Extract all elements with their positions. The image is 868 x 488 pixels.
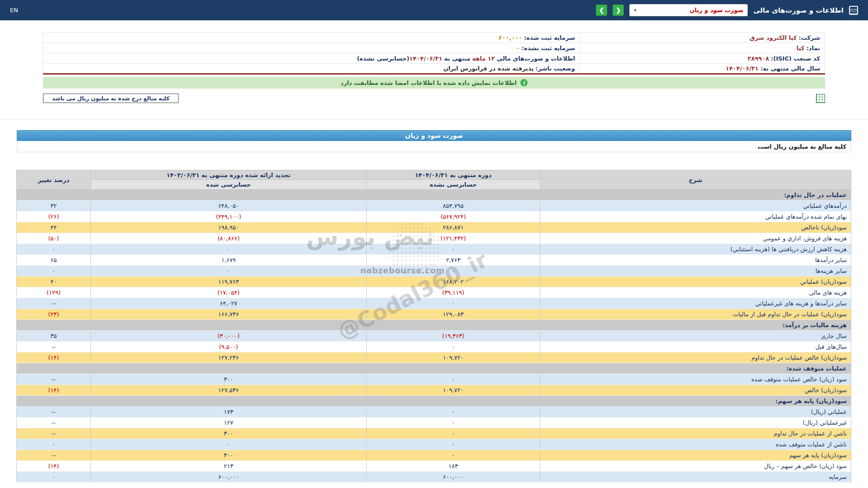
table-row: سود(زيان) عملياتي۱۶۸,۲۰۲۱۱۹,۷۶۳۴۰ bbox=[17, 277, 851, 287]
info-row: نماد: کیا سرمایه ثبت نشده: ۰ bbox=[43, 43, 825, 53]
change-percent-value: -- bbox=[17, 342, 91, 352]
col-header-current-period: دوره منتهی به ۱۴۰۴/۰۶/۳۱ bbox=[367, 170, 540, 180]
report-period-text: منتهی به bbox=[444, 55, 471, 62]
table-row: سایر هزينه‌ها۰۰۰ bbox=[17, 266, 851, 277]
audit-status-text: (حسابرسی نشده) bbox=[357, 55, 409, 62]
row-description: عملياتي (ريال) bbox=[540, 407, 851, 418]
info-cell-symbol: نماد: کیا bbox=[580, 43, 825, 53]
info-cell-isic: کد صنعت (ISIC): ۲۸۹۹۰۸ bbox=[580, 53, 825, 64]
current-period-value: ۰ bbox=[367, 407, 540, 418]
current-period-value: ۱۲۹,۰۸۳ bbox=[367, 309, 540, 320]
current-period-value: ۶۰۰,۰۰۰ bbox=[367, 472, 540, 483]
previous-period-value: ۳۰۰ bbox=[91, 428, 367, 439]
previous-period-value: ۱۷۳ bbox=[91, 407, 367, 418]
profit-loss-table-wrap: شرح دوره منتهی به ۱۴۰۴/۰۶/۳۱ تجدید ارائه… bbox=[17, 170, 851, 483]
change-percent-value: -- bbox=[17, 407, 91, 418]
info-cell-company: شرکت: کیا الکترود شرق bbox=[580, 33, 825, 43]
row-description: ناشي از عملیات در حال تداوم bbox=[540, 428, 851, 439]
statement-title-bar: صورت سود و زیان bbox=[17, 130, 851, 141]
section-title: عملیات متوقف شده: bbox=[17, 363, 851, 374]
signature-match-banner: i اطلاعات نمایش داده شده با اطلاعات امضا… bbox=[43, 77, 825, 89]
topbar: اطلاعات و صورت‌های مالی صورت سود و زیان … bbox=[0, 0, 868, 20]
current-period-value: ۱۶۸,۲۰۲ bbox=[367, 277, 540, 287]
previous-period-value: ۳۰۰ bbox=[91, 374, 367, 385]
row-description: سود(زیان) خالص bbox=[540, 385, 851, 396]
statement-select-value: صورت سود و زیان bbox=[689, 7, 743, 14]
previous-period-value: ۱۲۷ bbox=[91, 418, 367, 428]
company-info-section: شرکت: کیا الکترود شرق سرمایه ثبت شده: ۶۰… bbox=[43, 32, 825, 75]
change-percent-value: ۰ bbox=[17, 244, 91, 255]
table-header-row: شرح دوره منتهی به ۱۴۰۴/۰۶/۳۱ تجدید ارائه… bbox=[17, 170, 851, 180]
current-period-value: ۱۸۳ bbox=[367, 461, 540, 472]
col-subheader-unaudited: حسابرسی نشده bbox=[367, 180, 540, 190]
change-percent-value: (۱۴) bbox=[17, 385, 91, 396]
info-row: کد صنعت (ISIC): ۲۸۹۹۰۸ اطلاعات و صورت‌ها… bbox=[43, 53, 825, 64]
prev-statement-button[interactable]: ❮ bbox=[613, 5, 624, 16]
previous-period-value: ۰ bbox=[91, 266, 367, 277]
row-description: سود(زيان) ناخالص bbox=[540, 222, 851, 233]
section-title: سود(زيان) پايه هر سهم: bbox=[17, 396, 851, 407]
info-cell-unregistered-capital: سرمایه ثبت نشده: ۰ bbox=[43, 43, 580, 53]
topbar-right-group: اطلاعات و صورت‌های مالی صورت سود و زیان … bbox=[596, 4, 858, 16]
export-excel-icon[interactable] bbox=[816, 94, 825, 103]
previous-period-value: ۶۰۰,۰۰۰ bbox=[91, 472, 367, 483]
previous-period-value: (۱۷,۰۵۴) bbox=[91, 287, 367, 298]
table-section-row: هزينه ماليات بر درآمد: bbox=[17, 320, 851, 331]
row-description: ساير درآمدها و هزينه های غيرعملياتي bbox=[540, 298, 851, 309]
row-description: ساير درآمدها bbox=[540, 255, 851, 266]
report-period-months: ۱۲ ماهه bbox=[472, 55, 495, 62]
row-description: درآمدهاي عملياتي bbox=[540, 201, 851, 211]
current-period-value: ۰ bbox=[367, 374, 540, 385]
company-info-table: شرکت: کیا الکترود شرق سرمایه ثبت شده: ۶۰… bbox=[43, 32, 825, 75]
issuer-status-value: پذیرفته شده در فرابورس ایران bbox=[443, 65, 534, 72]
current-period-value: (۳۹,۱۱۹) bbox=[367, 287, 540, 298]
field-label: وضعیت ناشر: bbox=[535, 65, 575, 72]
profit-loss-table: شرح دوره منتهی به ۱۴۰۴/۰۶/۳۱ تجدید ارائه… bbox=[16, 170, 851, 483]
table-row: بهای تمام شده درآمدهاي عملياتي(۵۶۷,۹۲۴)(… bbox=[17, 211, 851, 222]
previous-period-value: (۸۰,۸۶۶) bbox=[91, 233, 367, 244]
row-description: سرمایه bbox=[540, 472, 851, 483]
field-label: سرمایه ثبت نشده: bbox=[522, 45, 575, 52]
statement-unit-note: کلیه مبالغ به میلیون ریال است bbox=[17, 141, 851, 152]
previous-period-value: ۶۴۸,۰۵۰ bbox=[91, 201, 367, 211]
previous-period-value: ۰ bbox=[91, 439, 367, 450]
previous-period-value: ۱۶۶,۷۳۶ bbox=[91, 309, 367, 320]
section-divider bbox=[0, 119, 868, 120]
previous-period-value: ۱۲۷,۲۳۶ bbox=[91, 352, 367, 363]
current-period-value: ۰ bbox=[367, 428, 540, 439]
table-row: غيرعملياتي (ريال)۰۱۲۷-- bbox=[17, 418, 851, 428]
change-percent-value: ۴۰ bbox=[17, 277, 91, 287]
current-period-value: (۵۶۷,۹۲۴) bbox=[367, 211, 540, 222]
current-period-value: ۰ bbox=[367, 418, 540, 428]
table-row: سود(زيان) پايه هر سهم۰۳۰۰-- bbox=[17, 450, 851, 461]
previous-period-value: (۳۰,۰۰۰) bbox=[91, 331, 367, 342]
row-description: هزينه های مالی bbox=[540, 287, 851, 298]
previous-period-value: ۱۹۸,۹۵۰ bbox=[91, 222, 367, 233]
field-label: نماد: bbox=[807, 45, 820, 52]
change-percent-value: ۴۴ bbox=[17, 222, 91, 233]
registered-capital-value: ۶۰۰,۰۰۰ bbox=[498, 34, 522, 41]
change-percent-value: -- bbox=[17, 450, 91, 461]
table-row: ناشي از عملیات متوقف شده۰۰۰ bbox=[17, 439, 851, 450]
table-row: درآمدهاي عملياتي۸۵۴,۷۹۵۶۴۸,۰۵۰۳۲ bbox=[17, 201, 851, 211]
section-title: هزينه ماليات بر درآمد: bbox=[17, 320, 851, 331]
statement-type-select[interactable]: صورت سود و زیان ▾ bbox=[629, 4, 748, 16]
next-statement-button[interactable]: ❯ bbox=[596, 5, 607, 16]
language-toggle[interactable]: EN bbox=[10, 7, 18, 14]
info-cell-registered-capital: سرمایه ثبت شده: ۶۰۰,۰۰۰ bbox=[43, 33, 580, 43]
field-label: شرکت: bbox=[799, 34, 820, 41]
col-header-change-percent: درصد تغییر bbox=[17, 170, 91, 190]
table-section-row: عملیات متوقف شده: bbox=[17, 363, 851, 374]
field-label: سال مالی منتهی به: bbox=[760, 65, 820, 72]
current-period-value: ۰ bbox=[367, 439, 540, 450]
field-label: کد صنعت (ISIC): bbox=[771, 55, 820, 62]
row-description: غيرعملياتي (ريال) bbox=[540, 418, 851, 428]
row-description: ناشي از عملیات متوقف شده bbox=[540, 439, 851, 450]
table-row: هزينه های مالی(۳۹,۱۱۹)(۱۷,۰۵۴)(۱۲۹) bbox=[17, 287, 851, 298]
current-period-value: (۱۲۱,۴۳۲) bbox=[367, 233, 540, 244]
table-row: سال‌های قبل۰(۹,۵۰۰)-- bbox=[17, 342, 851, 352]
current-period-value: ۰ bbox=[367, 298, 540, 309]
report-period-date: ۱۴۰۴/۰۶/۳۱ bbox=[409, 55, 442, 62]
table-row: ناشي از عملیات در حال تداوم۰۳۰۰-- bbox=[17, 428, 851, 439]
change-percent-value: ۳۲ bbox=[17, 201, 91, 211]
